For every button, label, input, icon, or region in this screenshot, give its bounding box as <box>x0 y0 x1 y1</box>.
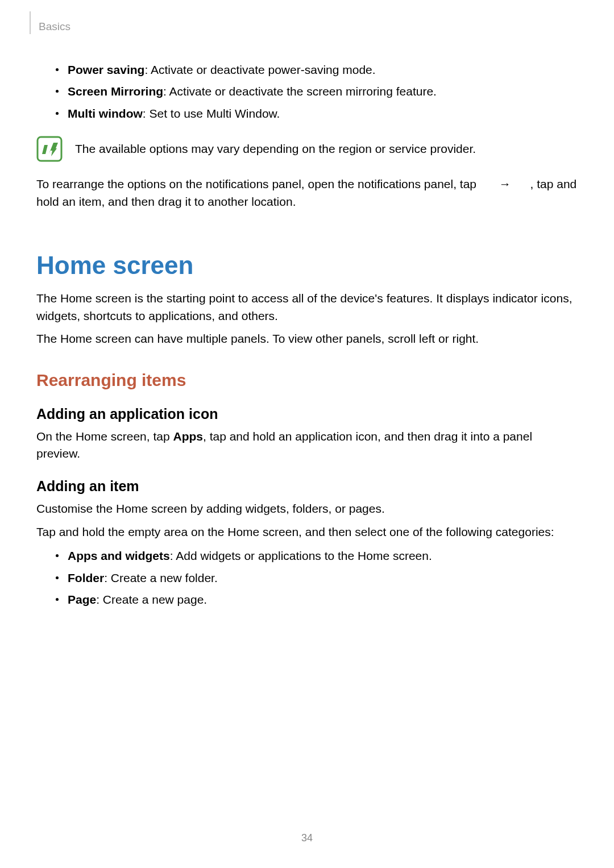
bullet-dot-icon <box>56 554 59 557</box>
home-screen-p1: The Home screen is the starting point to… <box>36 290 578 325</box>
list-item-text: Page: Create a new page. <box>68 591 207 608</box>
header-section-label: Basics <box>39 20 70 33</box>
svg-rect-0 <box>38 137 61 161</box>
adding-app-icon-text: On the Home screen, tap Apps, tap and ho… <box>36 428 578 463</box>
note-text: The available options may vary depending… <box>75 140 476 157</box>
header-divider <box>30 11 31 34</box>
list-item: Folder: Create a new folder. <box>56 570 578 587</box>
top-options-list: Power saving: Activate or deactivate pow… <box>56 61 578 122</box>
list-item: Multi window: Set to use Multi Window. <box>56 105 578 122</box>
home-screen-title: Home screen <box>36 251 578 280</box>
list-item-text: Power saving: Activate or deactivate pow… <box>68 61 376 78</box>
rearrange-instructions: To rearrange the options on the notifica… <box>36 176 578 210</box>
adding-item-p2: Tap and hold the empty area on the Home … <box>36 524 578 541</box>
home-screen-p2: The Home screen can have multiple panels… <box>36 330 578 347</box>
list-item: Power saving: Activate or deactivate pow… <box>56 61 578 78</box>
list-item: Page: Create a new page. <box>56 591 578 608</box>
page-number: 34 <box>0 832 614 844</box>
bullet-dot-icon <box>56 68 59 71</box>
bullet-dot-icon <box>56 598 59 601</box>
rearranging-items-title: Rearranging items <box>36 371 578 390</box>
note-callout: The available options may vary depending… <box>36 136 578 162</box>
list-item-text: Screen Mirroring: Activate or deactivate… <box>68 83 437 100</box>
list-item: Screen Mirroring: Activate or deactivate… <box>56 83 578 100</box>
arrow-icon: → <box>499 176 511 193</box>
list-item: Apps and widgets: Add widgets or applica… <box>56 547 578 564</box>
page-content: Power saving: Activate or deactivate pow… <box>36 61 578 613</box>
adding-app-icon-title: Adding an application icon <box>36 406 578 422</box>
adding-item-bullets: Apps and widgets: Add widgets or applica… <box>56 547 578 608</box>
adding-item-title: Adding an item <box>36 478 578 495</box>
list-item-text: Apps and widgets: Add widgets or applica… <box>68 547 432 564</box>
list-item-text: Folder: Create a new folder. <box>68 570 218 587</box>
bullet-dot-icon <box>56 576 59 579</box>
adding-item-p1: Customise the Home screen by adding widg… <box>36 500 578 517</box>
list-item-text: Multi window: Set to use Multi Window. <box>68 105 280 122</box>
bullet-dot-icon <box>56 112 59 115</box>
bullet-dot-icon <box>56 90 59 93</box>
note-icon <box>36 136 63 162</box>
